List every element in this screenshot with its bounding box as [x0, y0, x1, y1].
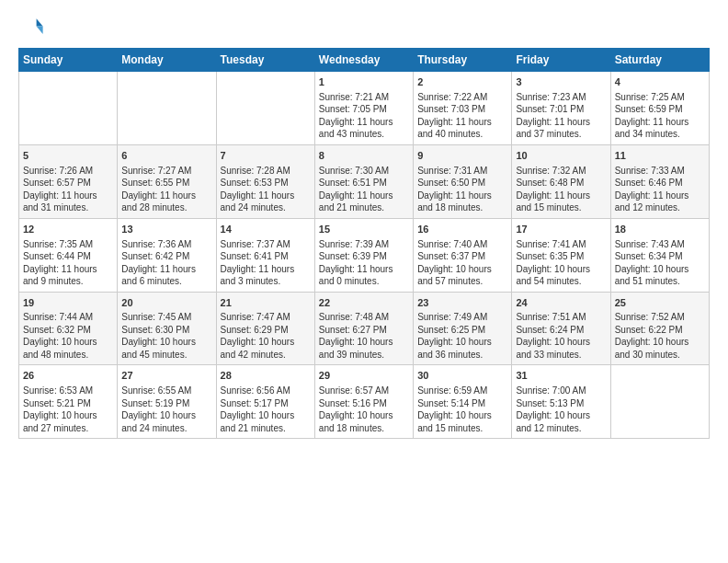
cell-content-line: and 34 minutes.	[615, 128, 705, 141]
cell-content-line: and 48 minutes.	[23, 349, 113, 362]
cell-content-line: and 15 minutes.	[516, 201, 606, 214]
calendar-week-row: 1Sunrise: 7:21 AMSunset: 7:05 PMDaylight…	[19, 72, 710, 145]
cell-content-line: Daylight: 10 hours	[516, 263, 606, 276]
cell-content-line: Sunrise: 7:40 AM	[417, 238, 507, 251]
cell-content-line: and 15 minutes.	[417, 422, 507, 435]
day-number: 25	[615, 296, 705, 310]
calendar-cell: 24Sunrise: 7:51 AMSunset: 6:24 PMDayligh…	[512, 292, 610, 365]
calendar-cell: 14Sunrise: 7:37 AMSunset: 6:41 PMDayligh…	[216, 218, 314, 292]
weekday-header-friday: Friday	[512, 49, 610, 72]
cell-content-line: Sunset: 6:37 PM	[417, 250, 507, 263]
cell-content-line: Sunset: 6:44 PM	[23, 250, 113, 263]
cell-content-line: Sunrise: 7:45 AM	[121, 311, 211, 324]
day-number: 21	[221, 296, 311, 310]
cell-content-line: Sunset: 6:32 PM	[23, 324, 113, 337]
cell-content-line: Sunset: 5:14 PM	[417, 397, 507, 410]
calendar-cell: 16Sunrise: 7:40 AMSunset: 6:37 PMDayligh…	[414, 218, 512, 292]
cell-content-line: Sunset: 7:05 PM	[319, 103, 409, 116]
day-number: 30	[417, 369, 507, 383]
calendar-week-row: 19Sunrise: 7:44 AMSunset: 6:32 PMDayligh…	[19, 292, 710, 365]
day-number: 4	[615, 75, 705, 89]
cell-content-line: and 28 minutes.	[121, 201, 211, 214]
day-number: 3	[516, 75, 606, 89]
calendar-cell: 11Sunrise: 7:33 AMSunset: 6:46 PMDayligh…	[610, 144, 709, 218]
cell-content-line: and 39 minutes.	[319, 349, 409, 362]
day-number: 5	[23, 149, 113, 163]
cell-content-line: and 51 minutes.	[615, 275, 705, 288]
cell-content-line: Sunset: 6:48 PM	[516, 177, 606, 190]
cell-content-line: and 31 minutes.	[23, 201, 113, 214]
day-number: 17	[516, 223, 606, 236]
calendar-cell: 25Sunrise: 7:52 AMSunset: 6:22 PMDayligh…	[610, 292, 709, 365]
cell-content-line: and 3 minutes.	[221, 275, 311, 288]
cell-content-line: Sunrise: 7:44 AM	[23, 311, 113, 324]
cell-content-line: Sunrise: 7:41 AM	[516, 238, 606, 251]
day-number: 15	[319, 223, 409, 236]
day-number: 13	[121, 223, 211, 236]
calendar-cell: 28Sunrise: 6:56 AMSunset: 5:17 PMDayligh…	[216, 365, 314, 439]
cell-content-line: and 9 minutes.	[23, 275, 113, 288]
page-container: SundayMondayTuesdayWednesdayThursdayFrid…	[0, 0, 728, 450]
cell-content-line: and 18 minutes.	[319, 422, 409, 435]
cell-content-line: and 36 minutes.	[417, 349, 507, 362]
cell-content-line: Sunset: 6:57 PM	[23, 177, 113, 190]
cell-content-line: Daylight: 11 hours	[516, 190, 606, 202]
calendar-cell	[19, 72, 118, 145]
cell-content-line: Daylight: 11 hours	[417, 190, 507, 202]
cell-content-line: Sunset: 6:53 PM	[221, 177, 311, 190]
cell-content-line: and 40 minutes.	[417, 128, 507, 141]
cell-content-line: and 12 minutes.	[516, 422, 606, 435]
day-number: 7	[221, 149, 311, 163]
cell-content-line: Daylight: 10 hours	[23, 409, 113, 422]
calendar-table: SundayMondayTuesdayWednesdayThursdayFrid…	[18, 48, 710, 439]
day-number: 28	[221, 369, 311, 383]
cell-content-line: Daylight: 11 hours	[121, 190, 211, 202]
cell-content-line: Sunrise: 7:22 AM	[417, 91, 507, 104]
day-number: 14	[221, 223, 311, 236]
cell-content-line: Sunset: 6:59 PM	[615, 103, 705, 116]
cell-content-line: and 21 minutes.	[319, 201, 409, 214]
calendar-week-row: 12Sunrise: 7:35 AMSunset: 6:44 PMDayligh…	[19, 218, 710, 292]
cell-content-line: Daylight: 10 hours	[516, 336, 606, 349]
cell-content-line: Sunrise: 7:00 AM	[516, 385, 606, 397]
cell-content-line: Sunset: 5:16 PM	[319, 397, 409, 410]
calendar-cell: 18Sunrise: 7:43 AMSunset: 6:34 PMDayligh…	[610, 218, 709, 292]
cell-content-line: Daylight: 10 hours	[221, 409, 311, 422]
cell-content-line: Sunset: 6:35 PM	[516, 250, 606, 263]
cell-content-line: and 54 minutes.	[516, 275, 606, 288]
day-number: 10	[516, 149, 606, 163]
weekday-header-monday: Monday	[118, 49, 216, 72]
calendar-cell: 2Sunrise: 7:22 AMSunset: 7:03 PMDaylight…	[414, 72, 512, 145]
day-number: 6	[121, 149, 211, 163]
calendar-cell: 10Sunrise: 7:32 AMSunset: 6:48 PMDayligh…	[512, 144, 610, 218]
cell-content-line: Daylight: 10 hours	[615, 336, 705, 349]
cell-content-line: Sunrise: 7:36 AM	[121, 238, 211, 251]
cell-content-line: Daylight: 11 hours	[615, 116, 705, 129]
cell-content-line: Sunrise: 7:51 AM	[516, 311, 606, 324]
cell-content-line: and 27 minutes.	[23, 422, 113, 435]
logo	[18, 15, 48, 40]
cell-content-line: Sunrise: 7:26 AM	[23, 165, 113, 178]
day-number: 19	[23, 296, 113, 310]
cell-content-line: Sunset: 6:55 PM	[121, 177, 211, 190]
cell-content-line: Sunrise: 7:25 AM	[615, 91, 705, 104]
cell-content-line: Daylight: 11 hours	[319, 190, 409, 202]
cell-content-line: Daylight: 10 hours	[23, 336, 113, 349]
calendar-cell: 22Sunrise: 7:48 AMSunset: 6:27 PMDayligh…	[314, 292, 413, 365]
day-number: 2	[417, 75, 507, 89]
cell-content-line: Daylight: 10 hours	[417, 263, 507, 276]
cell-content-line: Sunrise: 7:52 AM	[615, 311, 705, 324]
calendar-cell: 1Sunrise: 7:21 AMSunset: 7:05 PMDaylight…	[314, 72, 413, 145]
cell-content-line: Sunset: 6:39 PM	[319, 250, 409, 263]
cell-content-line: Sunrise: 6:57 AM	[319, 385, 409, 397]
calendar-cell: 27Sunrise: 6:55 AMSunset: 5:19 PMDayligh…	[118, 365, 216, 439]
cell-content-line: Daylight: 11 hours	[23, 263, 113, 276]
cell-content-line: Daylight: 10 hours	[615, 263, 705, 276]
calendar-cell: 3Sunrise: 7:23 AMSunset: 7:01 PMDaylight…	[512, 72, 610, 145]
cell-content-line: Sunrise: 7:49 AM	[417, 311, 507, 324]
cell-content-line: Sunrise: 7:23 AM	[516, 91, 606, 104]
calendar-week-row: 5Sunrise: 7:26 AMSunset: 6:57 PMDaylight…	[19, 144, 710, 218]
cell-content-line: Sunrise: 7:48 AM	[319, 311, 409, 324]
cell-content-line: Sunset: 7:01 PM	[516, 103, 606, 116]
cell-content-line: Sunset: 6:50 PM	[417, 177, 507, 190]
